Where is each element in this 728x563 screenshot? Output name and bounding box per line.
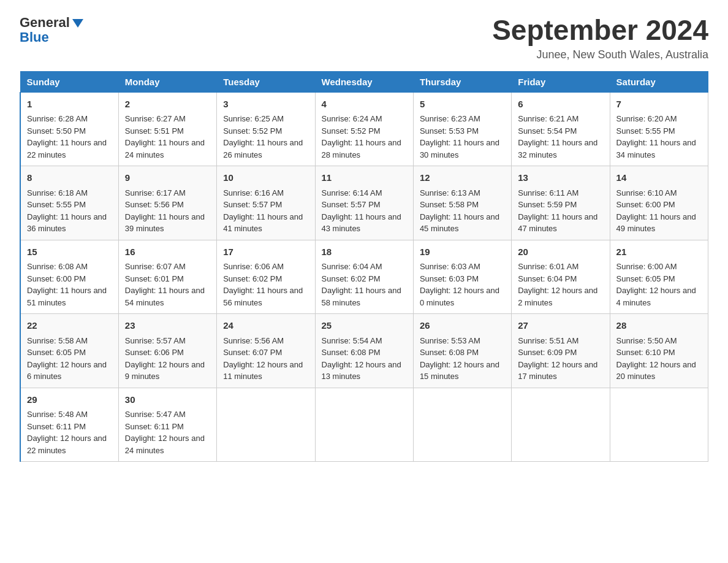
table-row: 10 Sunrise: 6:16 AM Sunset: 5:57 PM Dayl… [217, 166, 315, 240]
table-row: 27 Sunrise: 5:51 AM Sunset: 6:09 PM Dayl… [512, 314, 610, 388]
logo-general-text: General [20, 15, 70, 31]
table-row: 30 Sunrise: 5:47 AM Sunset: 6:11 PM Dayl… [118, 388, 216, 462]
calendar-header-row: Sunday Monday Tuesday Wednesday Thursday… [20, 71, 708, 92]
day-number: 17 [223, 245, 308, 259]
location-text: Junee, New South Wales, Australia [492, 48, 708, 61]
day-number: 13 [518, 171, 603, 185]
sunset-label: Sunset: 5:52 PM [322, 126, 381, 136]
sunrise-label: Sunrise: 6:01 AM [518, 262, 578, 271]
sunrise-label: Sunrise: 6:13 AM [420, 188, 480, 197]
table-row: 3 Sunrise: 6:25 AM Sunset: 5:52 PM Dayli… [217, 92, 315, 166]
table-row: 2 Sunrise: 6:27 AM Sunset: 5:51 PM Dayli… [118, 92, 216, 166]
daylight-label: Daylight: 11 hours and 22 minutes [27, 138, 107, 159]
logo: General Blue [20, 15, 83, 45]
daylight-label: Daylight: 11 hours and 49 minutes [616, 212, 696, 234]
table-row: 24 Sunrise: 5:56 AM Sunset: 6:07 PM Dayl… [217, 314, 315, 388]
day-number: 10 [223, 171, 308, 185]
day-number: 29 [27, 393, 112, 407]
day-number: 21 [616, 245, 702, 259]
table-row: 20 Sunrise: 6:01 AM Sunset: 6:04 PM Dayl… [512, 240, 610, 314]
sunrise-label: Sunrise: 5:51 AM [518, 336, 578, 345]
day-number: 5 [420, 98, 505, 112]
daylight-label: Daylight: 12 hours and 20 minutes [616, 360, 696, 381]
day-number: 16 [125, 245, 210, 259]
daylight-label: Daylight: 11 hours and 56 minutes [223, 286, 303, 307]
sunset-label: Sunset: 6:11 PM [27, 422, 86, 431]
day-number: 6 [518, 98, 603, 112]
table-row: 21 Sunrise: 6:00 AM Sunset: 6:05 PM Dayl… [610, 240, 708, 314]
sunset-label: Sunset: 5:57 PM [223, 200, 282, 209]
daylight-label: Daylight: 11 hours and 43 minutes [322, 212, 401, 234]
sunset-label: Sunset: 6:02 PM [322, 274, 381, 283]
sunset-label: Sunset: 6:03 PM [420, 274, 479, 283]
sunrise-label: Sunrise: 6:28 AM [27, 114, 88, 123]
daylight-label: Daylight: 11 hours and 30 minutes [420, 138, 499, 159]
day-number: 9 [125, 171, 210, 185]
calendar-table: Sunday Monday Tuesday Wednesday Thursday… [20, 71, 708, 462]
sunrise-label: Sunrise: 5:57 AM [125, 336, 186, 345]
calendar-week-row: 22 Sunrise: 5:58 AM Sunset: 6:05 PM Dayl… [20, 314, 708, 388]
sunrise-label: Sunrise: 5:56 AM [223, 336, 284, 345]
sunrise-label: Sunrise: 6:04 AM [322, 262, 382, 271]
sunset-label: Sunset: 5:50 PM [27, 126, 86, 136]
table-row: 26 Sunrise: 5:53 AM Sunset: 6:08 PM Dayl… [413, 314, 511, 388]
daylight-label: Daylight: 11 hours and 36 minutes [27, 212, 107, 234]
daylight-label: Daylight: 12 hours and 11 minutes [223, 360, 303, 381]
table-row: 6 Sunrise: 6:21 AM Sunset: 5:54 PM Dayli… [512, 92, 610, 166]
sunset-label: Sunset: 5:51 PM [125, 126, 184, 136]
day-number: 23 [125, 319, 210, 333]
sunset-label: Sunset: 6:07 PM [223, 348, 282, 357]
sunset-label: Sunset: 5:56 PM [125, 200, 184, 209]
col-wednesday: Wednesday [315, 71, 413, 92]
table-row: 19 Sunrise: 6:03 AM Sunset: 6:03 PM Dayl… [413, 240, 511, 314]
sunset-label: Sunset: 6:00 PM [27, 274, 86, 283]
col-tuesday: Tuesday [217, 71, 315, 92]
day-number: 27 [518, 319, 603, 333]
sunset-label: Sunset: 6:06 PM [125, 348, 184, 357]
sunrise-label: Sunrise: 6:17 AM [125, 188, 186, 197]
table-row: 4 Sunrise: 6:24 AM Sunset: 5:52 PM Dayli… [315, 92, 413, 166]
sunrise-label: Sunrise: 6:21 AM [518, 114, 578, 123]
daylight-label: Daylight: 12 hours and 6 minutes [27, 360, 107, 381]
daylight-label: Daylight: 12 hours and 13 minutes [322, 360, 401, 381]
table-row: 7 Sunrise: 6:20 AM Sunset: 5:55 PM Dayli… [610, 92, 708, 166]
day-number: 7 [616, 98, 702, 112]
sunset-label: Sunset: 6:10 PM [616, 348, 675, 357]
day-number: 19 [420, 245, 505, 259]
sunrise-label: Sunrise: 6:14 AM [322, 188, 382, 197]
table-row: 5 Sunrise: 6:23 AM Sunset: 5:53 PM Dayli… [413, 92, 511, 166]
daylight-label: Daylight: 11 hours and 39 minutes [125, 212, 205, 234]
table-row [315, 388, 413, 462]
day-number: 25 [322, 319, 407, 333]
sunset-label: Sunset: 5:53 PM [420, 126, 479, 136]
day-number: 24 [223, 319, 308, 333]
sunrise-label: Sunrise: 5:54 AM [322, 336, 382, 345]
col-monday: Monday [118, 71, 216, 92]
sunrise-label: Sunrise: 6:00 AM [616, 262, 677, 271]
daylight-label: Daylight: 11 hours and 54 minutes [125, 286, 205, 307]
sunset-label: Sunset: 6:11 PM [125, 422, 184, 431]
title-area: September 2024 Junee, New South Wales, A… [492, 15, 708, 61]
day-number: 28 [616, 319, 702, 333]
day-number: 18 [322, 245, 407, 259]
col-friday: Friday [512, 71, 610, 92]
sunset-label: Sunset: 6:05 PM [616, 274, 675, 283]
daylight-label: Daylight: 12 hours and 22 minutes [27, 434, 107, 455]
sunrise-label: Sunrise: 6:24 AM [322, 114, 382, 123]
calendar-week-row: 29 Sunrise: 5:48 AM Sunset: 6:11 PM Dayl… [20, 388, 708, 462]
sunrise-label: Sunrise: 5:47 AM [125, 410, 186, 419]
daylight-label: Daylight: 12 hours and 0 minutes [420, 286, 499, 307]
daylight-label: Daylight: 11 hours and 41 minutes [223, 212, 303, 234]
logo-arrow-icon [72, 19, 83, 28]
col-saturday: Saturday [610, 71, 708, 92]
day-number: 3 [223, 98, 308, 112]
table-row: 22 Sunrise: 5:58 AM Sunset: 6:05 PM Dayl… [20, 314, 118, 388]
sunset-label: Sunset: 6:02 PM [223, 274, 282, 283]
daylight-label: Daylight: 12 hours and 17 minutes [518, 360, 597, 381]
sunrise-label: Sunrise: 6:18 AM [27, 188, 88, 197]
day-number: 2 [125, 98, 210, 112]
calendar-week-row: 15 Sunrise: 6:08 AM Sunset: 6:00 PM Dayl… [20, 240, 708, 314]
table-row [512, 388, 610, 462]
daylight-label: Daylight: 11 hours and 47 minutes [518, 212, 597, 234]
calendar-week-row: 1 Sunrise: 6:28 AM Sunset: 5:50 PM Dayli… [20, 92, 708, 166]
